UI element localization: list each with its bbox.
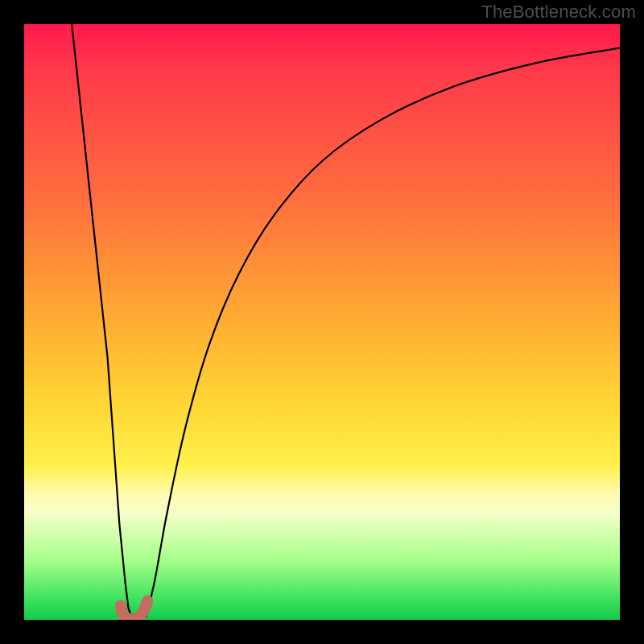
curve-left-dip <box>72 24 131 617</box>
watermark-text: TheBottleneck.com <box>481 2 636 23</box>
curve-layer <box>24 24 620 620</box>
curve-right-rise <box>147 48 620 617</box>
chart-stage: TheBottleneck.com <box>0 0 644 644</box>
j-hook <box>121 601 147 619</box>
plot-frame <box>24 24 620 620</box>
